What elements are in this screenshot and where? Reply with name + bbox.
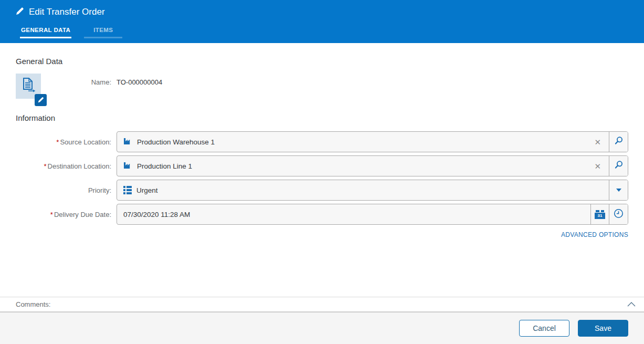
date-picker-button[interactable]: 31 bbox=[590, 204, 609, 224]
clear-icon[interactable]: ✕ bbox=[593, 162, 603, 170]
pencil-icon bbox=[38, 96, 44, 105]
chevron-up-icon[interactable] bbox=[627, 302, 636, 307]
chevron-down-icon bbox=[616, 189, 621, 192]
source-location-value: Production Warehouse 1 bbox=[137, 138, 215, 146]
delivery-due-date-input[interactable]: 07/30/2020 11:28 AM bbox=[117, 204, 590, 224]
delivery-due-date-field[interactable]: 07/30/2020 11:28 AM 31 bbox=[117, 204, 628, 225]
cancel-button[interactable]: Cancel bbox=[519, 320, 569, 337]
comments-label: Comments: bbox=[16, 300, 50, 308]
factory-icon bbox=[123, 161, 132, 171]
page-title: Edit Transfer Order bbox=[29, 7, 105, 17]
name-value: TO-000000004 bbox=[117, 78, 162, 86]
tab-general-data[interactable]: GENERAL DATA bbox=[20, 27, 71, 38]
advanced-options-link[interactable]: ADVANCED OPTIONS bbox=[561, 231, 628, 238]
tab-items[interactable]: ITEMS bbox=[84, 27, 122, 38]
calendar-icon: 31 bbox=[595, 210, 605, 219]
required-marker: * bbox=[56, 138, 59, 146]
title-row: Edit Transfer Order bbox=[0, 0, 644, 17]
factory-icon bbox=[123, 137, 132, 147]
source-location-value-help-button[interactable] bbox=[609, 132, 628, 152]
source-location-label: *Source Location: bbox=[0, 138, 111, 146]
destination-location-input[interactable]: Production Line 1 ✕ bbox=[117, 156, 609, 176]
source-location-input[interactable]: Production Warehouse 1 ✕ bbox=[117, 132, 609, 152]
required-marker: * bbox=[44, 162, 47, 170]
destination-location-value: Production Line 1 bbox=[137, 162, 192, 170]
priority-dropdown-button[interactable] bbox=[609, 180, 628, 200]
pencil-icon bbox=[16, 7, 24, 17]
clock-icon bbox=[614, 209, 624, 221]
destination-location-value-help-button[interactable] bbox=[609, 156, 628, 176]
edit-avatar-button[interactable] bbox=[35, 94, 47, 106]
source-location-row: *Source Location: Production Warehouse 1… bbox=[0, 131, 644, 152]
destination-location-label: *Destination Location: bbox=[0, 162, 111, 170]
magnifier-icon bbox=[614, 160, 624, 172]
destination-location-row: *Destination Location: Production Line 1… bbox=[0, 155, 644, 176]
priority-field[interactable]: Urgent bbox=[117, 180, 628, 201]
name-label: Name: bbox=[0, 78, 111, 86]
footer-toolbar: Cancel Save bbox=[0, 312, 644, 344]
priority-label: Priority: bbox=[0, 186, 111, 194]
main-content: General Data Name: TO-000000004 Info bbox=[0, 43, 644, 297]
priority-select[interactable]: Urgent bbox=[117, 180, 609, 200]
information-form: *Source Location: Production Warehouse 1… bbox=[0, 131, 644, 228]
section-title-information: Information bbox=[16, 113, 55, 122]
page-header: Edit Transfer Order GENERAL DATA ITEMS bbox=[0, 0, 644, 43]
source-location-field[interactable]: Production Warehouse 1 ✕ bbox=[117, 131, 628, 152]
delivery-due-date-label: *Delivery Due Date: bbox=[0, 211, 111, 218]
priority-row: Priority: Urgent bbox=[0, 180, 644, 201]
save-button[interactable]: Save bbox=[578, 320, 628, 337]
section-title-general-data: General Data bbox=[16, 57, 62, 66]
destination-location-field[interactable]: Production Line 1 ✕ bbox=[117, 155, 628, 176]
tab-strip: GENERAL DATA ITEMS bbox=[0, 27, 644, 38]
comments-panel-header[interactable]: Comments: bbox=[0, 297, 644, 312]
list-icon bbox=[123, 186, 132, 194]
time-picker-button[interactable] bbox=[609, 204, 628, 224]
clear-icon[interactable]: ✕ bbox=[593, 138, 603, 146]
order-type-avatar[interactable] bbox=[16, 74, 41, 99]
delivery-due-date-row: *Delivery Due Date: 07/30/2020 11:28 AM … bbox=[0, 204, 644, 225]
delivery-due-date-value: 07/30/2020 11:28 AM bbox=[123, 211, 190, 218]
magnifier-icon bbox=[614, 136, 624, 148]
required-marker: * bbox=[50, 211, 53, 218]
priority-value: Urgent bbox=[136, 186, 158, 194]
